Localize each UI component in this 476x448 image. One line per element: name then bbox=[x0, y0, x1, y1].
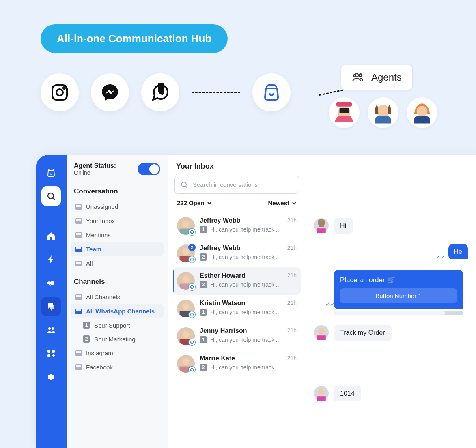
read-receipt-icon: ✓✓ bbox=[436, 253, 446, 259]
search-input[interactable] bbox=[174, 176, 299, 194]
inbox-icon bbox=[75, 247, 82, 252]
chat-icon bbox=[46, 302, 56, 311]
conversation-header: Conversation bbox=[71, 180, 164, 199]
bolt-icon bbox=[46, 255, 56, 264]
message-bubble-out: He bbox=[448, 244, 468, 259]
card-message: ✓✓ Place an order 🛒 Button Number 1 bbox=[334, 270, 463, 309]
agent-status-toggle[interactable] bbox=[138, 163, 160, 175]
rail-settings[interactable] bbox=[41, 367, 61, 387]
channel-badge: 2 bbox=[200, 281, 207, 288]
search-wrap bbox=[174, 176, 299, 194]
avatar: 2 bbox=[177, 244, 195, 262]
nav-rail bbox=[36, 155, 67, 448]
nav-all-channels[interactable]: All Channels bbox=[71, 290, 164, 304]
agent-avatar-2 bbox=[368, 97, 398, 128]
svg-point-1 bbox=[56, 89, 63, 96]
agent-avatars bbox=[329, 97, 437, 128]
rail-users[interactable] bbox=[41, 320, 61, 340]
filter-row: 222 Open Newest bbox=[173, 199, 301, 212]
conversation-name: Jeffrey Webb bbox=[200, 217, 240, 224]
svg-rect-15 bbox=[47, 350, 50, 353]
rail-apps[interactable] bbox=[41, 344, 61, 363]
open-count-dropdown[interactable]: 222 Open bbox=[177, 199, 212, 206]
conversation-name: Kristin Watson bbox=[200, 300, 245, 307]
svg-rect-8 bbox=[340, 108, 349, 113]
nav-mentions[interactable]: Mentions bbox=[71, 228, 164, 242]
conversation-preview: Hi, can you help me track ... bbox=[210, 309, 281, 315]
inbox-icon bbox=[75, 364, 82, 370]
nav-all[interactable]: All bbox=[71, 256, 164, 270]
channel-badge: 1 bbox=[200, 226, 207, 233]
incoming-message: Track my Order bbox=[314, 325, 468, 341]
rail-megaphone[interactable] bbox=[41, 273, 61, 293]
inbox-icon bbox=[75, 294, 82, 300]
svg-point-43 bbox=[190, 368, 194, 371]
inbox-icon bbox=[75, 232, 82, 238]
nav-spur-support[interactable]: 1Spur Support bbox=[71, 318, 164, 332]
nav-facebook[interactable]: Facebook bbox=[71, 360, 164, 374]
search-icon bbox=[46, 191, 56, 201]
svg-point-27 bbox=[190, 258, 194, 261]
chat-panel: Hi ✓✓ He ✓✓ Place an order 🛒 Button Numb… bbox=[306, 155, 476, 448]
rail-chat[interactable] bbox=[41, 297, 61, 316]
nav-your-inbox[interactable]: Your Inbox bbox=[71, 214, 164, 228]
conversation-item[interactable]: 2 Jeffrey Webb 21h 2 Hi, can you help me… bbox=[173, 240, 301, 267]
inbox-column: Your Inbox 222 Open Newest Jeffrey Webb … bbox=[168, 155, 306, 448]
messenger-icon bbox=[91, 73, 129, 111]
agent-avatar-1 bbox=[329, 97, 360, 128]
agents-pill: Agents bbox=[341, 65, 413, 90]
read-receipt-icon: ✓✓ bbox=[325, 301, 335, 307]
rail-bolt[interactable] bbox=[41, 250, 61, 269]
home-icon bbox=[46, 231, 56, 241]
chevron-down-icon bbox=[292, 201, 297, 206]
conversation-time: 21h bbox=[287, 217, 297, 224]
svg-point-46 bbox=[318, 328, 325, 334]
incoming-message: 1014 bbox=[314, 386, 468, 401]
card-slider[interactable] bbox=[334, 311, 463, 315]
whatsapp-badge-icon bbox=[188, 339, 196, 346]
conversation-item[interactable]: Kristin Watson 21h 1 Hi, can you help me… bbox=[173, 295, 301, 322]
svg-point-48 bbox=[318, 388, 325, 395]
chevron-down-icon bbox=[207, 201, 212, 206]
agent-status-row: Agent Status: Online bbox=[71, 162, 164, 180]
rail-search[interactable] bbox=[41, 186, 61, 206]
conversation-time: 21h bbox=[287, 272, 297, 279]
conversation-item[interactable]: Esther Howard 21h 2 Hi, can you help me … bbox=[173, 267, 301, 295]
nav-whatsapp-channels[interactable]: All WhatsApp Channels bbox=[71, 304, 164, 318]
conversation-name: Jeffrey Webb bbox=[200, 244, 240, 252]
sort-dropdown[interactable]: Newest bbox=[268, 199, 297, 206]
channel-badge: 1 bbox=[200, 336, 207, 343]
conversation-list: Jeffrey Webb 21h 1 Hi, can you help me t… bbox=[173, 212, 301, 377]
channels-header: Channels bbox=[71, 270, 164, 290]
conversation-item[interactable]: Marrie Kate 21h 2 Hi, can you help me tr… bbox=[173, 350, 301, 377]
conversation-preview: Hi, can you help me track ... bbox=[210, 281, 281, 288]
nav-spur-marketing[interactable]: 2Spur Marketing bbox=[71, 332, 164, 346]
svg-point-9 bbox=[377, 105, 389, 117]
conversation-item[interactable]: Jenny Harrison 21h 1 Hi, can you help me… bbox=[173, 322, 301, 350]
hero-section: All-in-one Communication Hub Agents bbox=[0, 0, 476, 124]
svg-point-10 bbox=[417, 106, 428, 117]
svg-point-25 bbox=[182, 248, 190, 255]
spur-icon bbox=[252, 73, 291, 111]
svg-point-33 bbox=[182, 303, 190, 311]
nav-team[interactable]: Team bbox=[71, 242, 164, 256]
svg-point-18 bbox=[181, 182, 186, 187]
card-button[interactable]: Button Number 1 bbox=[340, 288, 457, 303]
svg-point-14 bbox=[52, 327, 54, 330]
svg-rect-49 bbox=[317, 396, 326, 401]
conversation-preview: Hi, can you help me track ... bbox=[210, 364, 281, 371]
channel-badge: 2 bbox=[200, 253, 207, 261]
inbox-icon bbox=[75, 204, 82, 210]
nav-instagram[interactable]: Instagram bbox=[71, 346, 164, 360]
dashed-connector bbox=[192, 92, 240, 93]
agent-status-value: Online bbox=[74, 169, 116, 176]
conversation-time: 21h bbox=[287, 355, 297, 362]
avatar bbox=[314, 218, 329, 233]
users-icon bbox=[352, 71, 365, 84]
conversation-item[interactable]: Jeffrey Webb 21h 1 Hi, can you help me t… bbox=[173, 212, 301, 240]
nav-unassigned[interactable]: Unassigned bbox=[71, 199, 164, 214]
apps-icon bbox=[46, 349, 56, 358]
rail-logo[interactable] bbox=[41, 163, 61, 182]
svg-point-37 bbox=[182, 331, 190, 338]
rail-home[interactable] bbox=[41, 226, 61, 246]
